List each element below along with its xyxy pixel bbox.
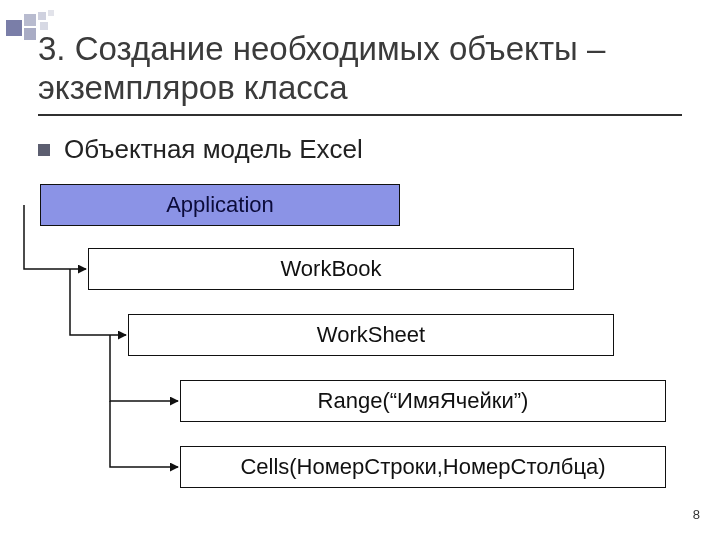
- page-number: 8: [693, 507, 700, 522]
- box-application: Application: [40, 184, 400, 226]
- box-cells-label: Cells(НомерСтроки,НомерСтолбца): [240, 454, 605, 480]
- slide-title: 3. Создание необходимых объекты – экземп…: [38, 30, 690, 108]
- box-workbook: WorkBook: [88, 248, 574, 290]
- box-worksheet: WorkSheet: [128, 314, 614, 356]
- bullet-square-icon: [38, 144, 50, 156]
- box-workbook-label: WorkBook: [280, 256, 381, 282]
- bullet-text: Объектная модель Excel: [64, 134, 363, 165]
- slide: 3. Создание необходимых объекты – экземп…: [0, 0, 720, 540]
- box-worksheet-label: WorkSheet: [317, 322, 425, 348]
- box-cells: Cells(НомерСтроки,НомерСтолбца): [180, 446, 666, 488]
- title-underline: [38, 114, 682, 116]
- box-range: Range(“ИмяЯчейки”): [180, 380, 666, 422]
- box-range-label: Range(“ИмяЯчейки”): [318, 388, 529, 414]
- bullet-item: Объектная модель Excel: [38, 134, 363, 165]
- box-application-label: Application: [166, 192, 274, 218]
